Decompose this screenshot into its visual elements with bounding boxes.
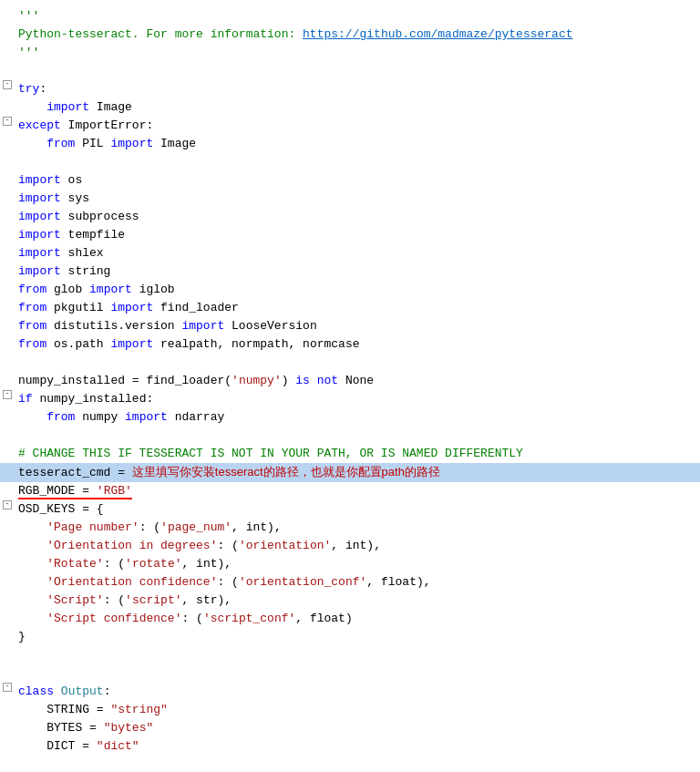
line-try: - try: [0,80,700,98]
line-content: from distutils.version import LooseVersi… [16,317,696,335]
line-osd-1: 'Page number': ('page_num', int), [0,519,700,537]
line-numpy-installed: numpy_installed = find_loader('numpy') i… [0,372,700,390]
line-content: numpy_installed = find_loader('numpy') i… [16,372,696,390]
line-content: Python-tesseract. For more information: … [16,26,696,44]
line-content: try: [16,80,696,98]
line-content: BYTES = "bytes" [16,719,696,737]
gutter: - [0,390,16,399]
line-from-numpy: from numpy import ndarray [0,408,700,427]
line-content: if numpy_installed: [16,390,696,408]
line-content: import os [16,171,696,190]
line-if-numpy: - if numpy_installed: [0,390,700,408]
line-string-val: STRING = "string" [0,701,700,719]
gutter: - [0,117,16,126]
collapse-if-numpy[interactable]: - [3,390,12,399]
line-tesseract-cmd: tesseract_cmd = 这里填写你安装tesseract的路径，也就是你… [0,463,700,482]
line-import-sys: import sys [0,190,700,208]
line-content: import string [16,262,696,281]
line-content: from glob import iglob [16,281,696,299]
line-content: 'Rotate': ('rotate', int), [16,555,696,573]
code-container: ''' Python-tesseract. For more informati… [0,0,700,772]
collapse-except[interactable]: - [3,117,12,126]
line-content: 'Script confidence': ('script_conf', flo… [16,610,696,628]
line-content: from pkgutil import find_loader [16,299,696,317]
line-content: from numpy import ndarray [16,408,696,427]
line-class-output: - class Output: [0,683,700,701]
line-import-string: import string [0,262,700,281]
line-content: import Image [16,98,696,117]
collapse-class-output[interactable]: - [3,683,12,692]
line-from-pkgutil: from pkgutil import find_loader [0,299,700,317]
blank-line-3 [0,354,700,372]
gutter: - [0,683,16,692]
blank-line-4 [0,427,700,445]
line-comment: # CHANGE THIS IF TESSERACT IS NOT IN YOU… [0,445,700,463]
line-content: import tempfile [16,226,696,244]
blank-line [0,62,700,80]
line-content: RGB_MODE = 'RGB' [16,482,696,500]
line-content: import sys [16,190,696,208]
line-docstring-close: ''' [0,44,700,62]
line-content: import subprocess [16,208,696,226]
line-osd-2: 'Orientation in degrees': ('orientation'… [0,537,700,555]
blank-line-2 [0,153,700,171]
line-bytes-val: BYTES = "bytes" [0,719,700,737]
line-import-subprocess: import subprocess [0,208,700,226]
line-from-pil: from PIL import Image [0,135,700,153]
line-content: 'Page number': ('page_num', int), [16,519,696,537]
line-content: import shlex [16,244,696,262]
line-import-shlex: import shlex [0,244,700,262]
line-docstring-open: ''' [0,7,700,26]
line-content: DICT = "dict" [16,737,696,756]
line-import-tempfile: import tempfile [0,226,700,244]
blank-line-6 [0,664,700,683]
gutter: - [0,80,16,89]
line-osd-3: 'Rotate': ('rotate', int), [0,555,700,573]
line-content: 'Orientation confidence': ('orientation_… [16,573,696,592]
collapse-osd-keys[interactable]: - [3,500,12,510]
blank-line-5 [0,646,700,664]
line-content: ''' [16,44,696,62]
line-from-os-path: from os.path import realpath, normpath, … [0,335,700,354]
line-docstring-text: Python-tesseract. For more information: … [0,26,700,44]
line-osd-4: 'Orientation confidence': ('orientation_… [0,573,700,592]
line-import-image: import Image [0,98,700,117]
line-content: OSD_KEYS = { [16,500,696,519]
pytesseract-link[interactable]: https://github.com/madmaze/pytesseract [303,27,572,41]
line-osd-keys-open: - OSD_KEYS = { [0,500,700,519]
line-content: ''' [16,7,696,26]
collapse-try[interactable]: - [3,80,12,89]
line-content: } [16,628,696,646]
line-content: 'Script': ('script', str), [16,592,696,610]
line-content: # CHANGE THIS IF TESSERACT IS NOT IN YOU… [16,445,696,463]
line-except: - except ImportError: [0,117,700,135]
line-osd-close: } [0,628,700,646]
line-content: except ImportError: [16,117,696,135]
line-osd-5: 'Script': ('script', str), [0,592,700,610]
line-content: from os.path import realpath, normpath, … [16,335,696,354]
line-rgb-mode: RGB_MODE = 'RGB' [0,482,700,500]
line-import-os: import os [0,171,700,190]
line-content: 'Orientation in degrees': ('orientation'… [16,537,696,555]
line-content: STRING = "string" [16,701,696,719]
line-content: tesseract_cmd = 这里填写你安装tesseract的路径，也就是你… [16,463,696,482]
line-dict-val: DICT = "dict" [0,737,700,756]
line-osd-6: 'Script confidence': ('script_conf', flo… [0,610,700,628]
line-from-glob: from glob import iglob [0,281,700,299]
gutter: - [0,500,16,510]
line-content: class Output: [16,683,696,701]
line-content: from PIL import Image [16,135,696,153]
line-from-distutils: from distutils.version import LooseVersi… [0,317,700,335]
blank-line-7 [0,756,700,773]
